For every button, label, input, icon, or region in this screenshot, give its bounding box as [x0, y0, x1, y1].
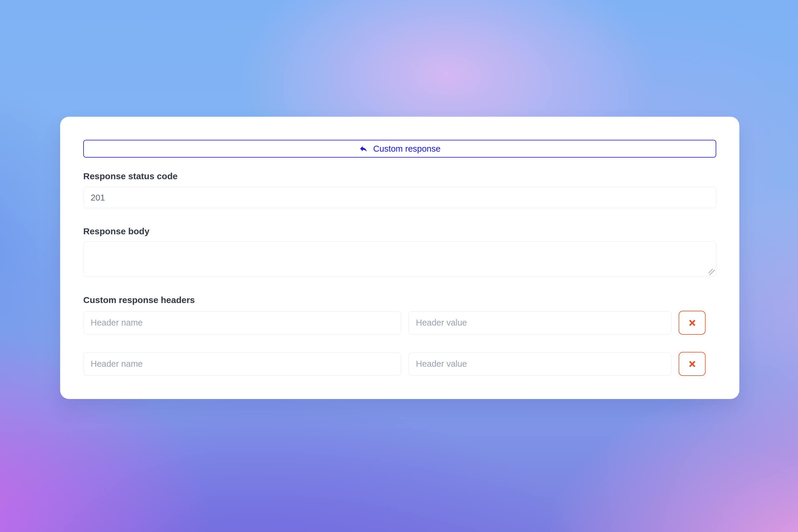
response-status-code-input[interactable]: [83, 187, 716, 208]
header-name-input[interactable]: [83, 311, 401, 335]
custom-response-card: Custom response Response status code Res…: [60, 117, 739, 399]
header-row: [83, 352, 716, 376]
header-row: [83, 311, 716, 335]
response-body-label: Response body: [83, 227, 716, 236]
custom-response-button[interactable]: Custom response: [83, 140, 716, 157]
remove-header-button[interactable]: [679, 352, 706, 376]
response-body-textarea[interactable]: [83, 242, 716, 277]
reply-icon: [359, 144, 368, 153]
x-icon: [688, 360, 696, 368]
header-name-input[interactable]: [83, 353, 401, 376]
custom-response-headers-label: Custom response headers: [83, 296, 716, 304]
header-value-input[interactable]: [408, 353, 671, 376]
x-icon: [688, 319, 696, 327]
header-value-input[interactable]: [408, 311, 671, 335]
remove-header-button[interactable]: [679, 311, 706, 335]
response-status-code-label: Response status code: [83, 172, 716, 181]
page: { "colors": { "accent_blue": "#1e1bd1", …: [0, 0, 798, 532]
response-body-field: [83, 242, 716, 277]
custom-response-button-label: Custom response: [373, 144, 440, 154]
